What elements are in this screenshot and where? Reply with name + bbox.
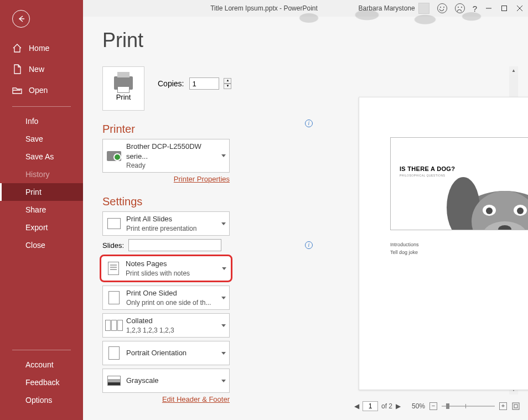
portrait-icon <box>108 346 120 360</box>
current-page-input[interactable] <box>363 401 378 411</box>
printer-info-icon[interactable]: i <box>305 120 313 127</box>
slides-input[interactable] <box>128 239 221 251</box>
svg-rect-1 <box>502 6 507 11</box>
sidebar-divider-bottom <box>12 350 71 350</box>
maximize-button[interactable] <box>500 4 508 12</box>
color-dropdown[interactable]: Grayscale <box>102 369 230 393</box>
printer-icon <box>114 76 133 90</box>
sidebar-divider <box>12 106 71 107</box>
sides-dropdown[interactable]: Print One SidedOnly print on one side of… <box>102 286 230 310</box>
printer-heading: Printer <box>102 123 135 136</box>
sidebar-close[interactable]: Close <box>0 236 83 254</box>
sidebar-open[interactable]: Open <box>0 80 83 101</box>
backstage-sidebar: Home New Open Info Save Save As History … <box>0 0 83 420</box>
sidebar-export[interactable]: Export <box>0 219 83 236</box>
collate-icon <box>105 320 123 331</box>
svg-rect-17 <box>514 405 517 408</box>
svg-rect-16 <box>513 403 519 409</box>
preview-page: IS THERE A DOG? PHILOSOPHICAL QUESTIONS <box>359 97 528 390</box>
zoom-level-label: 50% <box>412 402 425 410</box>
sidebar-print[interactable]: Print <box>0 183 83 201</box>
orientation-dropdown[interactable]: Portrait Orientation <box>102 341 230 365</box>
print-range-dropdown[interactable]: Print All SlidesPrint entire presentatio… <box>102 211 230 236</box>
sidebar-share[interactable]: Share <box>0 201 83 219</box>
slides-icon <box>107 218 121 229</box>
sidebar-save[interactable]: Save <box>0 130 83 148</box>
copies-label: Copies: <box>158 79 184 88</box>
sidebar-feedback[interactable]: Feedback <box>0 374 83 391</box>
fit-to-window-button[interactable] <box>511 402 520 411</box>
print-preview-area: ▲ ▼ IS THERE A DOG? PHILOSOPHICAL QUESTI… <box>354 66 518 395</box>
chevron-down-icon <box>221 154 226 157</box>
preview-slide: IS THERE A DOG? PHILOSOPHICAL QUESTIONS <box>390 137 528 230</box>
close-button[interactable] <box>516 4 524 12</box>
svg-point-12 <box>517 208 524 214</box>
layout-dropdown[interactable]: Notes PagesPrint slides with notes <box>100 255 232 282</box>
slides-info-icon[interactable]: i <box>305 241 313 249</box>
sidebar-options[interactable]: Options <box>0 391 83 409</box>
sidebar-home[interactable]: Home <box>0 38 83 59</box>
scroll-up-icon[interactable]: ▲ <box>509 66 518 75</box>
one-sided-icon <box>108 291 120 304</box>
dog-image <box>433 158 528 230</box>
copies-input[interactable] <box>189 77 219 90</box>
preview-notes: Introductions Tell dog joke <box>390 241 419 256</box>
open-icon <box>12 85 22 95</box>
notes-page-icon <box>108 262 119 275</box>
chevron-down-icon <box>221 380 226 382</box>
collate-dropdown[interactable]: Collated1,2,3 1,2,3 1,2,3 <box>102 313 230 338</box>
preview-status-bar: ◀ of 2 ▶ 50% − + <box>354 399 520 413</box>
printer-dropdown[interactable]: Brother DCP-L2550DW serie...Ready <box>102 139 230 173</box>
settings-heading: Settings <box>102 195 313 208</box>
copies-spinner[interactable]: ▲▼ <box>224 78 231 89</box>
next-page-button[interactable]: ▶ <box>396 402 401 410</box>
slides-label: Slides: <box>102 241 124 250</box>
print-button[interactable]: Print <box>102 66 144 111</box>
sidebar-account[interactable]: Account <box>0 356 83 374</box>
chevron-down-icon <box>221 297 226 299</box>
chevron-down-icon <box>221 352 226 355</box>
sidebar-info[interactable]: Info <box>0 112 83 130</box>
zoom-slider[interactable] <box>442 406 495 407</box>
zoom-in-button[interactable]: + <box>499 402 507 410</box>
new-icon <box>12 64 22 74</box>
back-button[interactable] <box>0 0 83 38</box>
chevron-down-icon <box>222 267 226 270</box>
grayscale-icon <box>107 376 121 386</box>
home-icon <box>12 43 22 53</box>
chevron-down-icon <box>221 222 226 225</box>
sidebar-saveas[interactable]: Save As <box>0 148 83 165</box>
svg-point-11 <box>486 208 493 214</box>
sidebar-history[interactable]: History <box>0 165 83 183</box>
decorative-pattern <box>262 3 495 33</box>
chevron-down-icon <box>221 324 226 327</box>
printer-properties-link[interactable]: Printer Properties <box>102 175 230 183</box>
prev-page-button[interactable]: ◀ <box>354 402 359 410</box>
sidebar-new[interactable]: New <box>0 59 83 80</box>
zoom-out-button[interactable]: − <box>429 402 437 410</box>
edit-header-footer-link[interactable]: Edit Header & Footer <box>102 395 230 403</box>
printer-status-icon <box>107 151 121 161</box>
page-count-label: of 2 <box>381 402 392 410</box>
main-panel: Print Print Copies: ▲▼ Printer i Brother… <box>83 17 528 420</box>
